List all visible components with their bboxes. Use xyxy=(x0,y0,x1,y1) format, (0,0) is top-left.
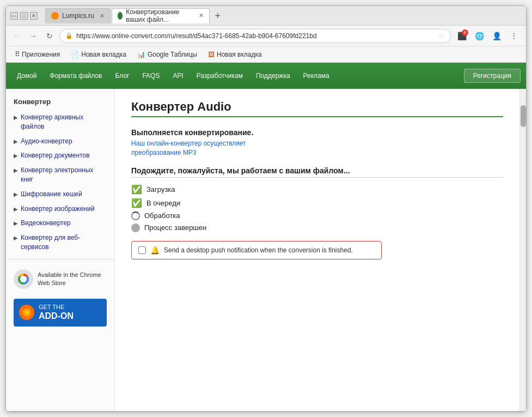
sidebar-item-audio[interactable]: ▶ Аудио-конвертер xyxy=(6,134,114,149)
tab-lumpics-close[interactable]: ✕ xyxy=(100,13,105,20)
sidebar-label-archive: Конвертер архивных файлов xyxy=(21,113,107,131)
sidebar-label-docs: Конвертер документов xyxy=(21,151,107,160)
globe-icon: 🌐 xyxy=(475,32,484,40)
sidebar: Конвертер ▶ Конвертер архивных файлов ▶ … xyxy=(6,89,115,411)
minimize-button[interactable]: — xyxy=(10,12,18,20)
bookmark-google-sheets-label: Google Таблицы xyxy=(148,51,197,58)
nav-formats[interactable]: Формата файлов xyxy=(45,69,108,83)
apps-bookmark[interactable]: ⠿ Приложения xyxy=(10,49,64,59)
page-area: Домой Формата файлов Блог FAQS API Разра… xyxy=(6,63,526,411)
addon-text: GET THE ADD-ON xyxy=(39,303,74,322)
step-processing-icon xyxy=(131,211,140,220)
url-field[interactable]: 🔒 https://www.online-convert.com/ru/resu… xyxy=(59,29,451,43)
bookmarks-bar: ⠿ Приложения 📄 Новая вкладка 📊 Google Та… xyxy=(6,46,526,63)
firefox-icon xyxy=(19,305,34,320)
url-text: https://www.online-convert.com/ru/result… xyxy=(76,32,435,40)
svg-point-2 xyxy=(20,276,27,282)
nav-api[interactable]: API xyxy=(167,69,188,83)
step-label-queue: В очереди xyxy=(146,199,180,207)
addon-main-label: ADD-ON xyxy=(39,311,74,322)
arrow-icon-archive: ▶ xyxy=(14,114,18,122)
scrollbar-track[interactable] xyxy=(519,89,526,411)
register-button[interactable]: Регистрация xyxy=(464,69,521,83)
new-tab-button[interactable]: + xyxy=(211,9,225,23)
site-nav: Домой Формата файлов Блог FAQS API Разра… xyxy=(6,63,526,89)
green-separator xyxy=(131,116,503,117)
step-list: ✅ Загрузка ✅ В очереди Обработка xyxy=(131,184,503,232)
chrome-logo-icon xyxy=(14,269,33,289)
sidebar-label-ebooks: Конвертер электронных книг xyxy=(21,166,107,184)
more-icon: ⋮ xyxy=(510,32,518,40)
sidebar-item-hash[interactable]: ▶ Шифрование хешей xyxy=(6,187,114,202)
tab-convert[interactable]: Конвертирование ваших файл... ✕ xyxy=(112,8,210,23)
scrollbar-thumb[interactable] xyxy=(521,105,526,127)
extensions-button[interactable]: ⬛ 8 xyxy=(454,28,469,44)
globe-button[interactable]: 🌐 xyxy=(472,28,487,44)
nav-dev[interactable]: Разработчикам xyxy=(191,69,248,83)
back-button[interactable]: ← xyxy=(10,29,23,43)
profile-icon: 👤 xyxy=(492,32,502,40)
sidebar-item-ebooks[interactable]: ▶ Конвертер электронных книг xyxy=(6,163,114,187)
step-label-processing: Обработка xyxy=(144,211,180,220)
close-button[interactable]: ✕ xyxy=(30,12,38,20)
nav-blog[interactable]: Блог xyxy=(110,69,135,83)
sidebar-item-images[interactable]: ▶ Конвертер изображений xyxy=(6,202,114,216)
conversion-status: Выполняется конвертирование. Наш онлайн-… xyxy=(131,128,503,158)
tab-lumpics[interactable]: Lumpics.ru ✕ xyxy=(45,8,111,23)
main-content: Конвертер Audio Выполняется конвертирова… xyxy=(115,89,519,411)
addon-get-label: GET THE xyxy=(39,304,64,310)
doc-icon: 📄 xyxy=(71,51,79,58)
step-label-upload: Загрузка xyxy=(146,185,175,194)
nav-ads[interactable]: Реклама xyxy=(298,69,335,83)
arrow-icon-docs: ▶ xyxy=(14,152,18,160)
bookmark-star-icon[interactable]: ☆ xyxy=(438,32,445,40)
step-done-icon-upload: ✅ xyxy=(131,184,142,195)
bookmark-new-tab-1[interactable]: 📄 Новая вкладка xyxy=(66,50,131,59)
chrome-promo[interactable]: Available in the Chrome Web Store xyxy=(6,264,114,294)
step-item-upload: ✅ Загрузка xyxy=(131,184,503,195)
maximize-button[interactable]: □ xyxy=(20,12,28,20)
bookmark-new-tab-2-label: Новая вкладка xyxy=(217,51,262,58)
address-actions: ⬛ 8 🌐 👤 ⋮ xyxy=(454,28,522,44)
firefox-addon-button[interactable]: GET THE ADD-ON xyxy=(14,299,107,327)
sidebar-item-archive[interactable]: ▶ Конвертер архивных файлов xyxy=(6,110,114,134)
profile-button[interactable]: 👤 xyxy=(489,28,504,44)
forward-button[interactable]: → xyxy=(27,29,40,43)
arrow-icon-video: ▶ xyxy=(14,220,18,227)
arrow-icon-hash: ▶ xyxy=(14,191,18,198)
sidebar-label-video: Видеоконвертер xyxy=(21,219,107,228)
step-pending-icon xyxy=(131,223,140,232)
sidebar-item-video[interactable]: ▶ Видеоконвертер xyxy=(6,216,114,231)
arrow-icon-web: ▶ xyxy=(14,234,18,242)
tab-convert-close[interactable]: ✕ xyxy=(199,12,204,19)
notification-checkbox[interactable] xyxy=(138,246,146,254)
sidebar-divider xyxy=(6,259,114,259)
step-label-complete: Процесс завершен xyxy=(144,223,206,232)
address-bar: ← → ↻ 🔒 https://www.online-convert.com/r… xyxy=(6,26,526,46)
bookmark-new-tab-2[interactable]: 🖼 Новая вкладка xyxy=(204,50,266,59)
step-item-queue: ✅ В очереди xyxy=(131,198,503,208)
menu-button[interactable]: ⋮ xyxy=(506,28,522,44)
sidebar-label-web: Конвертер для веб-сервисов xyxy=(21,233,107,252)
bookmark-google-sheets[interactable]: 📊 Google Таблицы xyxy=(133,50,201,59)
sidebar-item-docs[interactable]: ▶ Конвертер документов xyxy=(6,148,114,163)
step-done-icon-queue: ✅ xyxy=(131,198,142,208)
status-sub-1: Наш онлайн-конвертер осуществляет xyxy=(131,139,503,148)
sidebar-label-hash: Шифрование хешей xyxy=(21,190,107,199)
notification-text: Send a desktop push notification when th… xyxy=(164,246,353,254)
sidebar-item-web[interactable]: ▶ Конвертер для веб-сервисов xyxy=(6,231,114,255)
refresh-button[interactable]: ↻ xyxy=(43,29,56,43)
status-sub-2: преобразование MP3 xyxy=(131,148,503,158)
wait-separator xyxy=(131,177,503,178)
lock-icon: 🔒 xyxy=(65,32,73,39)
arrow-icon-ebooks: ▶ xyxy=(14,167,18,174)
sidebar-label-images: Конвертер изображений xyxy=(21,204,107,214)
nav-faqs[interactable]: FAQS xyxy=(137,69,165,83)
chrome-promo-text: Available in the Chrome Web Store xyxy=(38,271,107,287)
sheets-icon: 📊 xyxy=(137,51,145,58)
wait-section: Подождите, пожалуйста, мы работаем с ваш… xyxy=(131,166,503,232)
nav-support[interactable]: Поддержка xyxy=(250,69,296,83)
tabs-bar: Lumpics.ru ✕ Конвертирование ваших файл.… xyxy=(45,8,522,23)
nav-home[interactable]: Домой xyxy=(11,69,42,83)
page-title: Конвертер Audio xyxy=(131,100,503,114)
